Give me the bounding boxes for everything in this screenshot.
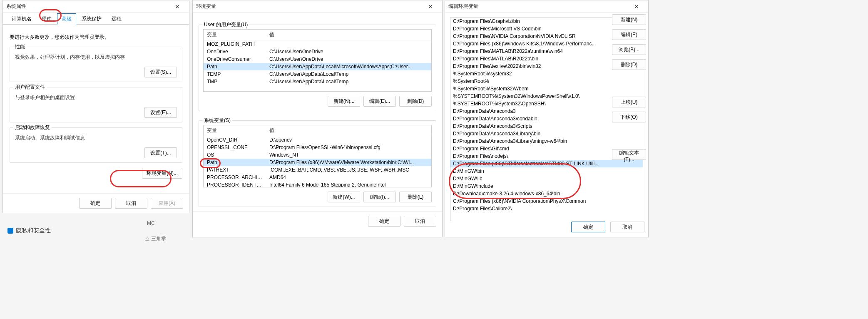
- tab-advanced[interactable]: 高级: [57, 13, 76, 25]
- path-item[interactable]: D:\Program Files\Calibre2\: [450, 205, 643, 212]
- ok-button[interactable]: 确定: [79, 198, 112, 209]
- list-item[interactable]: TEMPC:\Users\User\AppData\Local\Temp: [204, 70, 431, 78]
- column-value[interactable]: 值: [266, 30, 431, 40]
- move-down-button[interactable]: 下移(O): [612, 112, 646, 122]
- desktop-item-mc: MC: [147, 220, 155, 226]
- tab-remote[interactable]: 远程: [107, 13, 126, 24]
- tab-computer-name[interactable]: 计算机名: [7, 13, 36, 24]
- system-variables-group: 系统变量(S) 变量 值 OpenCV_DIRD:\opencvOPENSSL_…: [199, 120, 436, 207]
- edit-path-buttons: 新建(N) 编辑(E) 浏览(B)... 删除(D) 上移(U) 下移(O) 编…: [612, 14, 646, 160]
- user-new-button[interactable]: 新建(N)...: [328, 96, 360, 107]
- performance-desc: 视觉效果，处理器计划，内存使用，以及虚拟内存: [15, 54, 177, 61]
- sys-edit-button[interactable]: 编辑(I)...: [363, 192, 396, 202]
- performance-settings-button[interactable]: 设置(S)...: [144, 67, 177, 77]
- dialog-title: 系统属性: [6, 3, 169, 10]
- close-icon[interactable]: ✕: [628, 3, 645, 10]
- browse-button[interactable]: 浏览(B)...: [612, 44, 646, 55]
- edit-button[interactable]: 编辑(E): [612, 29, 646, 40]
- titlebar: 环境变量 ✕: [193, 0, 442, 13]
- list-item[interactable]: OpenCV_DIRD:\opencv: [204, 136, 431, 144]
- list-item[interactable]: PathC:\Users\User\AppData\Local\Microsof…: [204, 63, 431, 70]
- path-item[interactable]: D:\Download\cmake-3.26.4-windows-x86_64\…: [450, 190, 643, 197]
- list-item[interactable]: OPENSSL_CONFD:\Program Files\OpenSSL-Win…: [204, 144, 431, 151]
- cancel-button[interactable]: 取消: [115, 198, 147, 209]
- environment-variables-button[interactable]: 环境变量(N)...: [142, 168, 182, 179]
- close-icon[interactable]: ✕: [169, 3, 186, 10]
- list-item[interactable]: TMPC:\Users\User\AppData\Local\Temp: [204, 78, 431, 85]
- startup-title: 启动和故障恢复: [13, 124, 52, 131]
- startup-desc: 系统启动、系统故障和调试信息: [15, 135, 177, 142]
- sys-new-button[interactable]: 新建(W)...: [328, 192, 360, 202]
- titlebar: 系统属性 ✕: [3, 0, 189, 13]
- list-item[interactable]: OneDriveC:\Users\User\OneDrive: [204, 48, 431, 55]
- tab-system-protection[interactable]: 系统保护: [77, 13, 106, 24]
- path-item[interactable]: D:\MinGW\bin: [450, 167, 643, 175]
- user-profile-title: 用户配置文件: [13, 84, 47, 91]
- path-item[interactable]: D:\MinGW\include: [450, 182, 643, 190]
- move-up-button[interactable]: 上移(U): [612, 97, 646, 107]
- startup-recovery-group: 启动和故障恢复 系统启动、系统故障和调试信息 设置(T)...: [10, 127, 182, 163]
- list-item[interactable]: PATHEXT.COM;.EXE;.BAT;.CMD;.VBS;.VBE;.JS…: [204, 166, 431, 174]
- user-profile-desc: 与登录帐户相关的桌面设置: [15, 94, 177, 101]
- ok-button[interactable]: 确定: [571, 222, 605, 232]
- sys-delete-button[interactable]: 删除(L): [399, 192, 432, 202]
- dialog-title: 环境变量: [196, 3, 422, 10]
- column-value[interactable]: 值: [266, 125, 431, 136]
- startup-settings-button[interactable]: 设置(T)...: [144, 147, 177, 158]
- close-icon[interactable]: ✕: [422, 3, 439, 10]
- titlebar: 编辑环境变量 ✕: [445, 0, 648, 13]
- dialog-title: 编辑环境变量: [448, 3, 628, 10]
- column-variable[interactable]: 变量: [204, 125, 266, 136]
- user-edit-button[interactable]: 编辑(E)...: [363, 96, 396, 107]
- path-item[interactable]: D:\MinGW\lib: [450, 175, 643, 182]
- new-button[interactable]: 新建(N): [612, 14, 646, 25]
- tab-hardware[interactable]: 硬件: [37, 13, 56, 24]
- environment-variables-dialog: 环境变量 ✕ User 的用户变量(U) 变量 值 MOZ_PLUGIN_PAT…: [192, 0, 443, 237]
- desktop-item-trig: △ 三角学: [145, 235, 166, 242]
- user-variables-label: User 的用户变量(U): [202, 21, 249, 28]
- ok-button[interactable]: 确定: [368, 216, 400, 227]
- user-profile-group: 用户配置文件 与登录帐户相关的桌面设置 设置(E)...: [10, 87, 182, 122]
- list-item[interactable]: MOZ_PLUGIN_PATH: [204, 40, 431, 48]
- admin-note: 要进行大多数更改，您必须作为管理员登录。: [10, 34, 182, 41]
- list-item[interactable]: PROCESSOR_IDENTIFIERIntel64 Family 6 Mod…: [204, 181, 431, 187]
- settings-category[interactable]: 隐私和安全性: [7, 227, 51, 234]
- path-item[interactable]: C:\Program Files (x86)\NVIDIA Corporatio…: [450, 197, 643, 205]
- path-item[interactable]: C:\Program Files (x86)\STMicroelectronic…: [450, 160, 643, 167]
- user-variables-listview[interactable]: 变量 值 MOZ_PLUGIN_PATHOneDriveC:\Users\Use…: [203, 29, 432, 92]
- system-properties-dialog: 系统属性 ✕ 计算机名 硬件 高级 系统保护 远程 要进行大多数更改，您必须作为…: [2, 0, 189, 213]
- performance-group: 性能 视觉效果，处理器计划，内存使用，以及虚拟内存 设置(S)...: [10, 47, 182, 82]
- cancel-button[interactable]: 取消: [404, 216, 436, 227]
- shield-icon: [7, 228, 13, 234]
- user-delete-button[interactable]: 删除(D): [399, 96, 432, 107]
- list-item[interactable]: OSWindows_NT: [204, 151, 431, 159]
- apply-button[interactable]: 应用(A): [151, 198, 183, 209]
- edit-path-footer: 确定 取消: [571, 222, 644, 232]
- edit-text-button[interactable]: 编辑文本(T)...: [612, 149, 646, 160]
- delete-button[interactable]: 删除(D): [612, 59, 646, 70]
- performance-title: 性能: [13, 43, 27, 50]
- list-item[interactable]: OneDriveConsumerC:\Users\User\OneDrive: [204, 55, 431, 63]
- cancel-button[interactable]: 取消: [610, 222, 644, 232]
- tabs: 计算机名 硬件 高级 系统保护 远程: [3, 13, 189, 25]
- system-variables-label: 系统变量(S): [202, 117, 232, 124]
- list-item[interactable]: PROCESSOR_ARCHITECTUREAMD64: [204, 174, 431, 181]
- list-item[interactable]: PathD:\Program Files (x86)\VMware\VMware…: [204, 159, 431, 166]
- column-variable[interactable]: 变量: [204, 30, 266, 40]
- system-variables-listview[interactable]: 变量 值 OpenCV_DIRD:\opencvOPENSSL_CONFD:\P…: [203, 125, 432, 187]
- user-variables-group: User 的用户变量(U) 变量 值 MOZ_PLUGIN_PATHOneDri…: [199, 25, 436, 111]
- user-profile-settings-button[interactable]: 设置(E)...: [144, 107, 177, 118]
